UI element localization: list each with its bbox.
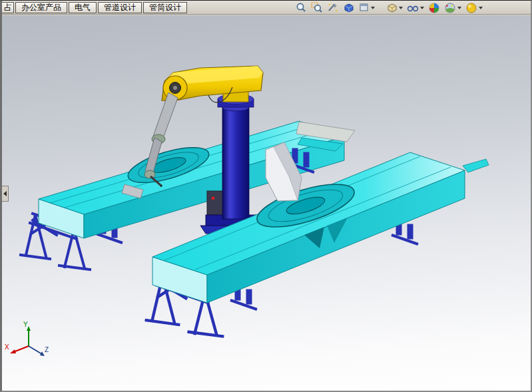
edit-appearance-icon[interactable] xyxy=(427,1,441,14)
heads-up-view-toolbar xyxy=(294,1,484,14)
command-tabs-toolbar: 占 办公室产品 电气 管道设计 管筒设计 xyxy=(2,1,531,15)
triad-z-label: Z xyxy=(45,346,49,353)
dropdown-arrow-icon xyxy=(399,7,403,9)
panel-flyout-arrow[interactable] xyxy=(2,186,9,202)
display-style-icon[interactable] xyxy=(386,1,404,14)
view-orientation-icon[interactable] xyxy=(358,1,376,14)
dropdown-arrow-icon xyxy=(457,7,461,9)
tab-tube-design[interactable]: 管筒设计 xyxy=(143,2,187,13)
3d-scene[interactable]: Y X Z xyxy=(2,15,531,391)
orientation-triad[interactable]: Y X Z xyxy=(5,321,49,356)
tab-piping-design[interactable]: 管道设计 xyxy=(98,2,142,13)
dropdown-arrow-icon xyxy=(371,7,375,9)
axis-motor[interactable] xyxy=(207,191,223,215)
dropdown-arrow-icon xyxy=(420,7,424,9)
section-view-icon[interactable] xyxy=(342,1,356,14)
hide-show-items-icon[interactable] xyxy=(405,1,425,14)
previous-view-icon[interactable] xyxy=(326,1,340,14)
graphics-area[interactable]: Y X Z xyxy=(2,15,531,391)
tab-partial[interactable]: 占 xyxy=(2,2,14,13)
triad-x-label: X xyxy=(5,343,9,351)
tab-electrical[interactable]: 电气 xyxy=(69,2,97,13)
view-settings-icon[interactable] xyxy=(464,1,484,14)
zoom-to-area-icon[interactable] xyxy=(310,1,324,14)
cad-window: 占 办公室产品 电气 管道设计 管筒设计 xyxy=(0,0,532,392)
tab-office-products[interactable]: 办公室产品 xyxy=(15,2,67,13)
dropdown-arrow-icon xyxy=(479,7,483,9)
wrist-joint[interactable] xyxy=(144,170,155,178)
command-tabs: 占 办公室产品 电气 管道设计 管筒设计 xyxy=(2,1,188,14)
apply-scene-icon[interactable] xyxy=(443,1,463,14)
zoom-to-fit-icon[interactable] xyxy=(294,1,308,14)
chevron-left-icon xyxy=(3,191,7,196)
triad-y-label: Y xyxy=(23,321,28,328)
